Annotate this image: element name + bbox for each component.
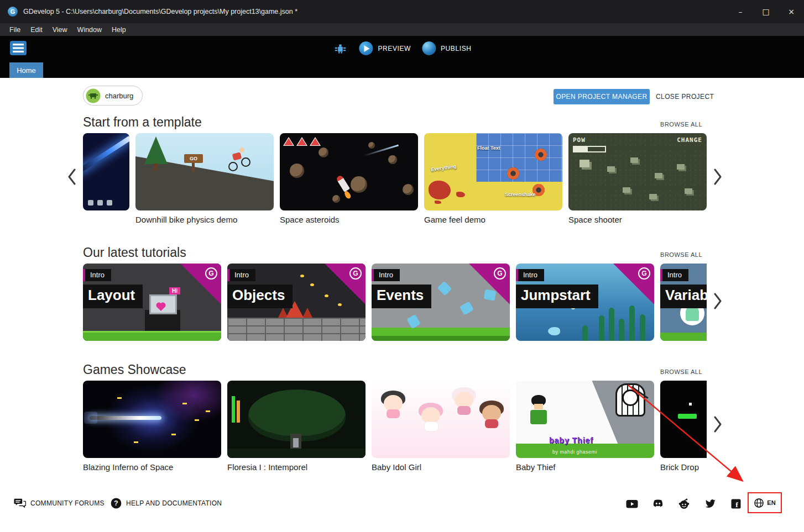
showcase-card-baby-thief[interactable]: baby Thief by mahdi ghasemi	[516, 381, 654, 458]
tutorials-section-title: Our latest tutorials	[83, 245, 186, 260]
showcase-section-title: Games Showcase	[83, 362, 186, 377]
minimize-button[interactable]: –	[728, 0, 753, 23]
template-caption: Downhill bike physics demo	[135, 215, 274, 224]
card-wrap: Float Text Everything Screenshake Game f…	[424, 133, 562, 224]
publish-globe-icon	[422, 41, 436, 55]
showcase-caption: Baby Thief	[516, 462, 654, 472]
twitter-icon[interactable]	[703, 497, 717, 510]
thumbnail-art	[83, 381, 221, 458]
thumbnail-art: Float Text Everything Screenshake	[424, 133, 562, 210]
gdevelop-window: G GDevelop 5 - C:\Users\charburg\Documen…	[0, 0, 804, 532]
help-documentation-label: HELP AND DOCUMENTATION	[126, 499, 222, 507]
discord-icon[interactable]	[651, 497, 665, 510]
thumbnail-art	[227, 381, 366, 458]
tutorial-tag: Intro	[372, 269, 400, 281]
showcase-next-arrow[interactable]	[712, 416, 723, 433]
preview-button[interactable]: PREVIEW	[359, 41, 411, 55]
open-project-manager-button[interactable]: OPEN PROJECT MANAGER	[554, 89, 650, 104]
tutorial-title: Jumpstart	[516, 285, 598, 308]
template-card-space-asteroids[interactable]	[280, 133, 418, 210]
showcase-card-blazing-inferno[interactable]	[83, 381, 221, 458]
play-icon	[359, 41, 373, 55]
reddit-icon[interactable]	[677, 497, 691, 510]
close-button[interactable]: ×	[779, 0, 804, 23]
tutorials-carousel: Hi G Intro Layout	[83, 264, 707, 341]
template-card-particle-demo[interactable]	[83, 133, 129, 210]
template-caption: Space shooter	[568, 215, 707, 224]
tutorial-card-events[interactable]: G Intro Events	[372, 264, 510, 341]
svg-text:?: ?	[114, 499, 118, 507]
thumbnail-art	[83, 133, 129, 210]
gdevelop-logo-icon: G	[638, 267, 650, 280]
overlay-label: CHANGE	[677, 136, 702, 144]
maximize-button[interactable]: □	[753, 0, 779, 23]
tutorial-title: Events	[372, 285, 431, 308]
tutorial-title: Objects	[227, 285, 293, 308]
tutorials-browse-all-link[interactable]: BROWSE ALL	[660, 251, 702, 258]
community-forums-link[interactable]: COMMUNITY FORUMS	[14, 498, 105, 509]
close-project-button[interactable]: CLOSE PROJECT	[656, 93, 714, 101]
tutorials-next-arrow[interactable]	[712, 293, 723, 309]
tutorial-tag: Intro	[660, 269, 688, 281]
card-wrap: Blazing Inferno of Space	[83, 381, 221, 472]
showcase-card-floresia[interactable]	[227, 381, 366, 458]
showcase-card-brick-drop[interactable]	[660, 381, 707, 458]
language-globe-icon	[754, 498, 764, 508]
card-wrap: Space asteroids	[280, 133, 418, 224]
avatar	[86, 88, 101, 103]
menu-file[interactable]: File	[4, 23, 25, 36]
publish-label: PUBLISH	[441, 45, 472, 52]
template-card-game-feel-demo[interactable]: Float Text Everything Screenshake	[424, 133, 562, 210]
showcase-caption: Blazing Inferno of Space	[83, 462, 221, 472]
menu-help[interactable]: Help	[107, 23, 131, 36]
templates-next-arrow[interactable]	[712, 168, 723, 185]
templates-browse-all-link[interactable]: BROWSE ALL	[660, 121, 702, 128]
card-wrap: Floresia I : Intemporel	[227, 381, 366, 472]
menu-edit[interactable]: Edit	[25, 23, 48, 36]
card-wrap: G Intro Objects	[227, 264, 366, 341]
user-profile-chip[interactable]: charburg	[83, 86, 143, 106]
help-documentation-link[interactable]: ? HELP AND DOCUMENTATION	[111, 498, 222, 509]
tutorial-tag: Intro	[227, 269, 255, 281]
tab-home[interactable]: Home	[9, 62, 43, 78]
template-card-space-shooter[interactable]: POW CHANGE	[568, 133, 707, 210]
gdevelop-logo-icon: G	[8, 7, 18, 17]
showcase-card-baby-idol-girl[interactable]	[372, 381, 510, 458]
window-title: GDevelop 5 - C:\Users\charburg\Documents…	[23, 8, 297, 15]
tutorial-card-objects[interactable]: G Intro Objects	[227, 264, 366, 341]
username: charburg	[105, 92, 133, 100]
youtube-icon[interactable]	[625, 497, 639, 510]
tutorial-title: Variables	[660, 285, 707, 308]
thumbnail-art: POW CHANGE	[568, 133, 707, 210]
tutorial-card-layout[interactable]: Hi G Intro Layout	[83, 264, 221, 341]
card-wrap: POW CHANGE Space	[568, 133, 707, 224]
menu-window[interactable]: Window	[72, 23, 107, 36]
thumbnail-art: GO	[135, 133, 274, 210]
card-wrap: Brick Drop	[660, 381, 707, 472]
showcase-caption: Brick Drop	[660, 462, 707, 472]
card-wrap: G Intro Events	[372, 264, 510, 341]
overlay-label: Float Text	[477, 145, 500, 151]
tutorial-title: Layout	[83, 285, 143, 308]
language-selector[interactable]: EN	[748, 492, 782, 513]
showcase-browse-all-link[interactable]: BROWSE ALL	[660, 368, 702, 375]
templates-prev-arrow[interactable]	[66, 168, 77, 185]
window-controls: – □ ×	[728, 0, 804, 23]
project-manager-icon[interactable]	[10, 41, 28, 56]
templates-carousel: GO Downhill bike physics demo	[83, 133, 707, 224]
showcase-section: Games Showcase BROWSE ALL	[83, 361, 707, 472]
tutorial-card-jumpstart[interactable]: G Intro Jumpstart	[516, 264, 654, 341]
overlay-label: Screenshake	[505, 192, 536, 197]
home-page: charburg OPEN PROJECT MANAGER CLOSE PROJ…	[0, 78, 804, 532]
tutorial-tag: Intro	[83, 269, 111, 281]
gdevelop-logo-icon: G	[494, 267, 506, 280]
template-card-downhill-bike[interactable]: GO	[135, 133, 274, 210]
help-icon: ?	[111, 498, 122, 509]
tutorial-card-variables[interactable]: +1 G Intro Variables	[660, 264, 707, 341]
go-sign-label: GO	[184, 154, 203, 163]
debugger-button[interactable]	[332, 41, 348, 56]
publish-button[interactable]: PUBLISH	[422, 41, 472, 55]
facebook-icon[interactable]: f	[729, 497, 743, 510]
menu-view[interactable]: View	[48, 23, 72, 36]
tutorials-section: Our latest tutorials BROWSE ALL Hi G Int…	[83, 244, 707, 341]
